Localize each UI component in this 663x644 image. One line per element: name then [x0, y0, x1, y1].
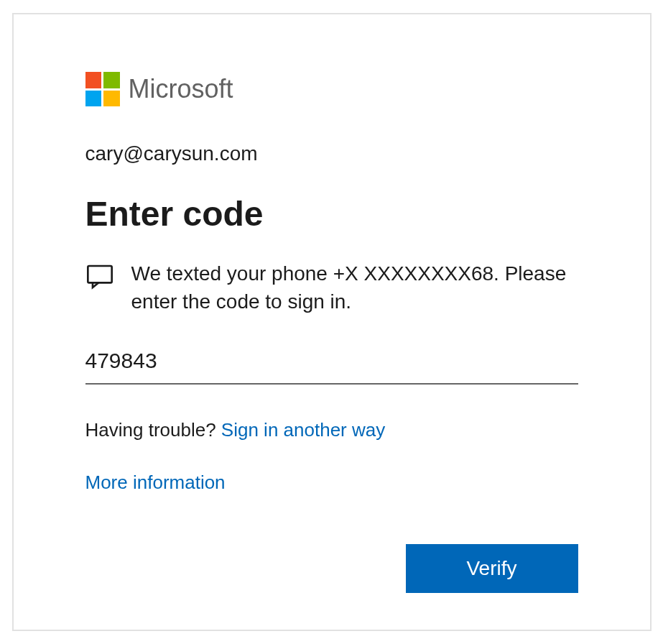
message-row: We texted your phone +X XXXXXXXX68. Plea…: [85, 259, 578, 316]
trouble-row: Having trouble? Sign in another way: [85, 419, 578, 441]
page-title: Enter code: [85, 194, 578, 234]
code-input[interactable]: [85, 344, 578, 385]
verify-button[interactable]: Verify: [406, 544, 578, 593]
sms-icon: [85, 262, 114, 291]
trouble-prefix: Having trouble?: [85, 419, 221, 441]
signin-card: Microsoft cary@carysun.com Enter code We…: [12, 13, 652, 631]
button-row: Verify: [85, 544, 578, 593]
brand-name: Microsoft: [129, 74, 233, 104]
microsoft-logo-icon: [85, 72, 120, 106]
sign-in-another-way-link[interactable]: Sign in another way: [221, 419, 385, 441]
message-text: We texted your phone +X XXXXXXXX68. Plea…: [131, 259, 578, 316]
more-information-link[interactable]: More information: [85, 472, 226, 493]
svg-rect-0: [88, 266, 111, 282]
brand-row: Microsoft: [85, 72, 578, 106]
identity-email: cary@carysun.com: [85, 142, 578, 165]
